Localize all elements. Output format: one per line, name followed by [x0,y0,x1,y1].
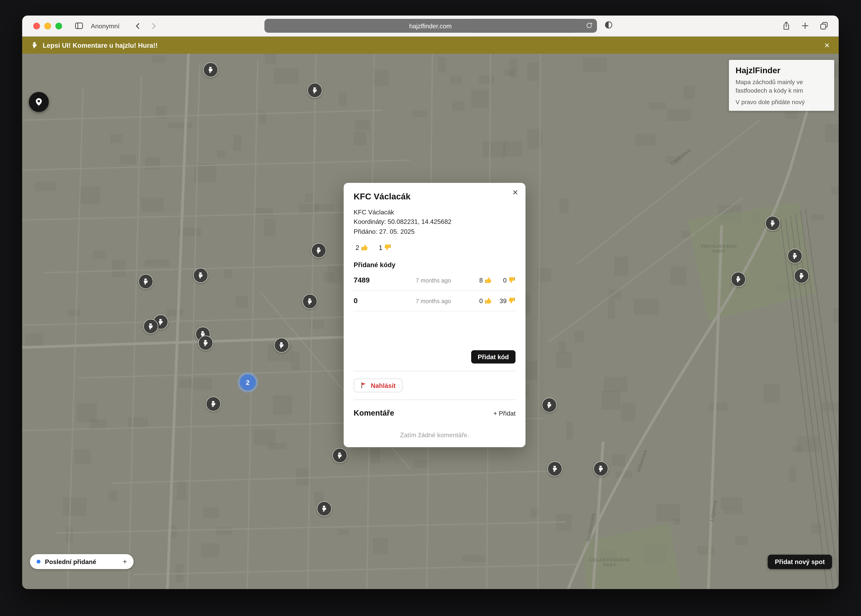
browser-window: Anonymní hajzlfinder.com [22,16,839,589]
address-bar[interactable]: hajzlfinder.com [264,19,597,33]
code-downvote-button[interactable]: 39 [498,297,515,304]
legend-label: Poslední přidané [45,558,96,565]
codes-header: Přidané kódy [354,261,515,269]
code-value: 0 [354,297,416,305]
nav-buttons [133,21,158,31]
spot-title: KFC Václacák [354,192,515,202]
codes-list: 7489 7 months ago 8 0 0 7 months ago 0 3… [354,270,515,311]
locate-me-button[interactable] [29,92,49,112]
toilet-marker[interactable] [542,398,557,413]
banner-close-icon[interactable]: ✕ [824,41,830,49]
code-value: 7489 [354,276,416,284]
new-tab-icon[interactable] [801,21,810,31]
toilet-marker[interactable] [193,268,208,283]
zoom-window-button[interactable] [55,22,62,29]
toolbar-right-icons [781,21,829,31]
code-upvote-count: 8 [474,277,483,283]
toilet-icon [278,342,285,349]
toilet-icon [321,505,328,512]
minimize-window-button[interactable] [44,22,51,29]
toilet-marker[interactable] [139,274,153,289]
toilet-icon [597,465,604,472]
app-title: HajzlFinder [735,65,828,75]
banner-text: Lepsi UI! Komentare u hajzlu! Hura!! [42,41,157,49]
code-downvote-button[interactable]: 0 [498,277,515,284]
toilet-marker[interactable] [143,319,158,334]
spot-upvote-button[interactable]: 2 [354,244,368,251]
toilet-icon [336,452,343,459]
toilet-marker[interactable] [548,461,562,476]
thumb-up-icon [485,277,492,284]
code-upvote-button[interactable]: 8 [474,277,492,284]
divider [354,400,515,400]
toilet-icon [306,298,313,305]
toilet-icon [142,278,150,285]
code-upvote-button[interactable]: 0 [474,297,492,304]
toilet-marker[interactable] [332,448,347,463]
browser-toolbar: Anonymní hajzlfinder.com [22,16,839,37]
add-code-button[interactable]: Přidat kód [471,350,515,364]
toilet-marker[interactable] [206,396,221,411]
thumb-down-icon [384,244,392,251]
toilet-marker[interactable] [765,216,780,231]
cluster-count: 2 [246,379,250,386]
toilet-icon [311,87,319,94]
add-comment-button[interactable]: + Přidat [493,410,515,417]
app-subtitle: Mapa záchodů mainly ve fastfoodech a kód… [735,78,828,94]
report-button[interactable]: Nahlásit [354,379,402,392]
popup-close-icon[interactable]: ✕ [512,189,518,197]
comments-empty-text: Zatím žádné komentáře. [354,432,515,438]
comments-title: Komentáře [354,408,394,417]
sidebar-toggle-icon[interactable] [74,21,84,31]
add-spot-button[interactable]: Přidat nový spot [768,555,832,569]
toilet-marker[interactable] [307,83,322,98]
close-window-button[interactable] [33,22,40,29]
toilet-marker[interactable] [794,269,809,283]
reload-icon[interactable] [586,22,592,29]
toilet-marker[interactable] [317,501,332,516]
spot-downvote-button[interactable]: 1 [377,244,391,251]
cluster-marker[interactable]: 2 [240,374,256,390]
page-appearance-icon[interactable] [603,20,613,30]
tab-overview-icon[interactable] [819,21,829,31]
notification-banner: Lepsi UI! Komentare u hajzlu! Hura!! ✕ [22,37,839,54]
toilet-marker[interactable] [731,272,746,287]
legend-filter-pill[interactable]: Poslední přidané + [30,554,134,569]
app-info-card: HajzlFinder Mapa záchodů mainly ve fastf… [729,60,834,111]
thumb-up-icon [485,297,492,304]
code-age: 7 months ago [416,297,468,304]
toilet-icon [551,465,559,472]
map-canvas[interactable]: VRCHLICKÉHO SADYČELAKOVSKÉHO SADYWilsono… [22,54,839,589]
toilet-icon [157,318,164,325]
flag-icon [360,382,368,389]
toilet-marker[interactable] [302,294,317,309]
code-row: 7489 7 months ago 8 0 [354,270,515,291]
code-downvote-count: 39 [498,297,507,304]
window-controls [33,22,62,29]
toilet-marker[interactable] [593,461,608,476]
toilet-marker[interactable] [203,62,218,77]
toilet-icon [735,276,742,283]
legend-dot-icon [36,559,41,563]
spot-votes: 2 1 [354,244,515,251]
toilet-icon [546,401,553,409]
back-icon[interactable] [133,21,143,31]
thumb-down-icon [508,297,516,304]
downvote-count: 1 [377,244,382,251]
spot-name: KFC Václacák [354,208,515,217]
location-pin-icon [35,97,43,106]
thumb-up-icon [361,244,368,251]
toilet-marker[interactable] [787,248,802,264]
toilet-marker[interactable] [274,338,289,353]
upvote-count: 2 [354,244,359,251]
forward-icon[interactable] [148,21,158,31]
share-icon[interactable] [781,21,791,31]
private-mode-label[interactable]: Anonymní [91,22,120,29]
toilet-icon [210,401,217,408]
spot-added-date: Přidáno: 27. 05. 2025 [354,227,515,236]
toilet-icon [798,272,805,280]
toilet-marker[interactable] [311,243,326,258]
toilet-icon [315,247,323,254]
toilet-marker[interactable] [198,336,213,350]
legend-expand-icon[interactable]: + [123,557,127,566]
